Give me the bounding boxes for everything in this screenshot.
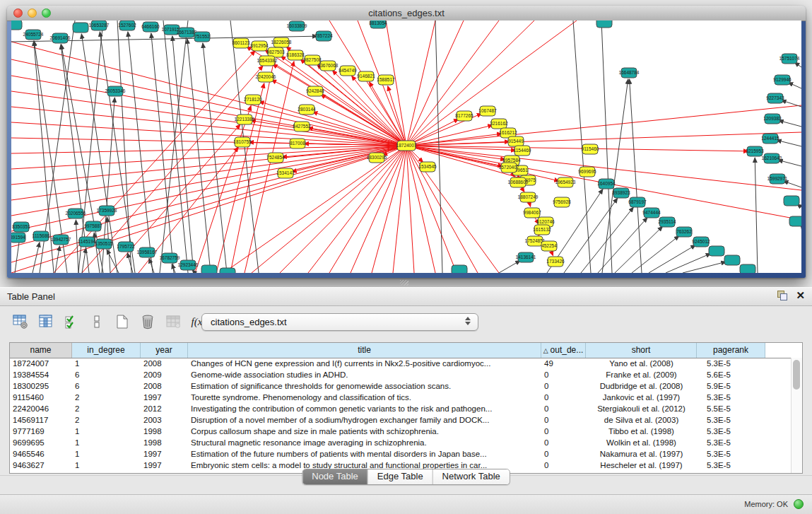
- table-row[interactable]: 1456911722003Disruption of a novel membe…: [10, 415, 802, 426]
- table-row[interactable]: 1830029562008Estimation of significance …: [10, 381, 802, 392]
- graph-node[interactable]: 3215953: [746, 146, 764, 156]
- network-window-titlebar[interactable]: citations_edges.txt: [7, 6, 806, 21]
- graph-node[interactable]: 1640954: [597, 179, 616, 189]
- graph-node[interactable]: 9756928: [553, 197, 571, 207]
- graph-node[interactable]: 18807249: [518, 192, 539, 202]
- graph-node[interactable]: 8177265: [455, 111, 473, 121]
- graph-node[interactable]: 2935114: [659, 217, 676, 227]
- graph-node[interactable]: [709, 246, 724, 256]
- table-row[interactable]: 1872400712008Changes of HCN gene express…: [10, 358, 802, 370]
- graph-node[interactable]: 24055724: [23, 30, 44, 40]
- graph-node[interactable]: 13942757: [51, 235, 71, 245]
- select-columns-button[interactable]: [61, 311, 82, 332]
- table-row[interactable]: 911546021997Tourette syndrome. Phenomeno…: [10, 392, 802, 404]
- graph-node[interactable]: 19654923: [555, 177, 576, 187]
- graph-node[interactable]: 763262: [676, 227, 692, 237]
- graph-node[interactable]: [596, 21, 612, 28]
- graph-node[interactable]: 8912954: [250, 41, 269, 51]
- graph-node[interactable]: 1795722: [117, 242, 135, 252]
- graph-node[interactable]: [11, 21, 22, 30]
- graph-node[interactable]: [784, 196, 799, 206]
- row-height-button[interactable]: [86, 311, 107, 332]
- graph-node[interactable]: 1145194: [78, 237, 96, 247]
- graph-node[interactable]: 9245012: [692, 237, 710, 247]
- column-header-in_degree[interactable]: in_degree: [72, 343, 141, 358]
- graph-node[interactable]: 9975887: [84, 221, 102, 231]
- graph-node[interactable]: 12213389: [235, 115, 255, 124]
- tab-edge-table[interactable]: Edge Table: [368, 469, 433, 484]
- table-row[interactable]: 946554611997Estimation of the future num…: [10, 449, 802, 460]
- column-header-out_de[interactable]: △out_de...: [541, 343, 586, 358]
- graph-node[interactable]: 16033809: [287, 21, 307, 31]
- graph-node[interactable]: 7857224: [314, 31, 333, 41]
- graph-node[interactable]: [789, 216, 801, 226]
- graph-node[interactable]: 12923446: [178, 260, 199, 270]
- graph-node[interactable]: 1527602: [118, 21, 136, 30]
- graph-node[interactable]: 20206556: [66, 209, 86, 218]
- graph-node[interactable]: 9129946: [773, 75, 792, 85]
- graph-node[interactable]: 22420046: [256, 72, 276, 82]
- graph-node[interactable]: [740, 264, 755, 273]
- graph-node[interactable]: 23676068: [318, 61, 339, 71]
- graph-node[interactable]: [220, 268, 235, 273]
- graph-node[interactable]: 10688609: [508, 177, 529, 187]
- graph-node[interactable]: 16543382: [257, 56, 278, 66]
- float-panel-icon[interactable]: [777, 291, 787, 300]
- graph-node[interactable]: 16782759: [160, 253, 180, 263]
- graph-node[interactable]: 8938923: [612, 188, 630, 198]
- graph-node[interactable]: 1115686: [33, 231, 50, 241]
- graph-node[interactable]: [724, 255, 740, 265]
- graph-node[interactable]: 1350515: [95, 239, 113, 249]
- graph-node[interactable]: 17359928: [97, 206, 117, 216]
- graph-node[interactable]: 1244415: [761, 134, 779, 144]
- graph-node[interactable]: 18226058: [271, 37, 292, 47]
- graph-node[interactable]: 1733426: [546, 257, 565, 267]
- graph-node[interactable]: 1588517: [377, 75, 395, 85]
- graph-node[interactable]: 16210643: [762, 153, 782, 163]
- graph-node[interactable]: 15720407: [499, 163, 519, 173]
- column-header-pagerank[interactable]: pagerank: [697, 343, 765, 358]
- graph-node[interactable]: 9474444: [642, 208, 661, 218]
- graph-node[interactable]: 1209383: [763, 114, 782, 124]
- table-row[interactable]: 969969511998Structural magnetic resonanc…: [10, 438, 802, 449]
- scrollbar-thumb[interactable]: [793, 360, 800, 390]
- network-canvas[interactable]: 2405572420691406106532871527602646616010…: [11, 21, 801, 273]
- table-row[interactable]: 1938455462009Genome-wide association stu…: [10, 370, 802, 381]
- table-options-button[interactable]: [10, 311, 31, 332]
- graph-node[interactable]: 10653287: [89, 21, 110, 30]
- graph-node[interactable]: 26053346: [105, 86, 126, 96]
- graph-node[interactable]: 9146821: [357, 71, 375, 81]
- graph-node[interactable]: 9984067: [523, 208, 541, 218]
- memory-ok-indicator-icon[interactable]: [794, 499, 804, 509]
- graph-node[interactable]: 2803144: [298, 105, 316, 115]
- close-panel-icon[interactable]: ✕: [796, 291, 805, 300]
- graph-node[interactable]: 751552: [194, 32, 210, 42]
- graph-node[interactable]: 14136141: [516, 252, 536, 262]
- graph-node[interactable]: 8427552: [293, 122, 311, 132]
- table-selector-dropdown[interactable]: citations_edges.txt: [201, 313, 478, 331]
- graph-node[interactable]: 8601123: [233, 38, 250, 48]
- graph-node[interactable]: 15992971: [767, 174, 788, 184]
- column-header-title[interactable]: title: [188, 343, 541, 358]
- graph-node[interactable]: 6466160: [141, 22, 160, 32]
- vertical-scrollbar[interactable]: [791, 358, 802, 473]
- table-row[interactable]: 977716911998Corpus callosum shape and si…: [10, 426, 802, 438]
- import-table-button[interactable]: [163, 311, 184, 332]
- graph-node[interactable]: 915449: [508, 136, 524, 146]
- new-column-button[interactable]: [112, 311, 133, 332]
- column-header-year[interactable]: year: [141, 343, 188, 358]
- graph-node[interactable]: 7524854: [266, 153, 285, 163]
- delete-column-button[interactable]: [137, 311, 158, 332]
- graph-node[interactable]: 8350351: [12, 222, 30, 232]
- hub-node[interactable]: 18724007: [396, 141, 417, 151]
- graph-node[interactable]: 8813054: [369, 21, 387, 28]
- show-columns-button[interactable]: [35, 311, 57, 332]
- tab-network-table[interactable]: Network Table: [433, 469, 510, 484]
- graph-node[interactable]: [201, 265, 217, 273]
- graph-node[interactable]: 15751074: [779, 54, 800, 64]
- graph-node[interactable]: 16648784: [619, 68, 640, 78]
- column-header-name[interactable]: name: [10, 343, 72, 358]
- graph-node[interactable]: 1534545: [418, 162, 437, 172]
- graph-node[interactable]: 391594: [11, 233, 25, 243]
- graph-node[interactable]: 13958167: [137, 247, 158, 257]
